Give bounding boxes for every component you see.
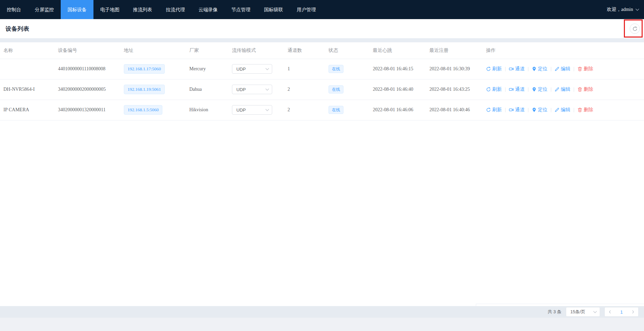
manufacturer-cell: Hikvision xyxy=(186,100,229,120)
device-table: 名称 设备编号 地址 厂家 流传输模式 通道数 状态 最近心跳 最近注册 操作 … xyxy=(0,42,644,120)
manufacturer-cell: Mercury xyxy=(186,59,229,79)
action-divider xyxy=(574,67,574,71)
main-nav-tabs: 控制台 分屏监控 国标设备 电子地图 推流列表 拉流代理 云端录像 节点管理 国… xyxy=(0,0,607,19)
refresh-icon xyxy=(486,107,491,112)
chevron-down-icon xyxy=(593,311,597,313)
last-register-cell: 2022-08-01 16:43:25 xyxy=(426,79,483,100)
page-title: 设备列表 xyxy=(5,25,29,33)
row-channels-button[interactable]: 通道 xyxy=(509,86,525,92)
nav-tab-user-management[interactable]: 用户管理 xyxy=(290,0,323,19)
stream-mode-cell: UDP xyxy=(229,100,284,120)
refresh-icon xyxy=(486,67,491,71)
action-divider xyxy=(528,67,528,71)
nav-tab-pull-stream-proxy[interactable]: 拉流代理 xyxy=(159,0,192,19)
col-header-operations: 操作 xyxy=(483,42,644,59)
device-name-cell xyxy=(0,59,55,79)
row-edit-button[interactable]: 编辑 xyxy=(555,86,570,92)
action-divider xyxy=(574,108,574,112)
page-size-select[interactable]: 15条/页 xyxy=(566,307,600,317)
stream-mode-select[interactable]: UDP xyxy=(232,105,272,115)
location-pin-icon xyxy=(532,107,537,112)
edit-pencil-icon xyxy=(555,107,559,112)
row-locate-button[interactable]: 定位 xyxy=(532,107,547,113)
chevron-down-icon xyxy=(265,68,269,70)
row-refresh-button[interactable]: 刷新 xyxy=(486,86,502,92)
status-badge: 在线 xyxy=(328,106,343,114)
stream-mode-cell: UDP xyxy=(229,79,284,100)
page-size-value: 15条/页 xyxy=(570,309,585,315)
previous-page-button[interactable] xyxy=(609,310,611,314)
table-header-row: 名称 设备编号 地址 厂家 流传输模式 通道数 状态 最近心跳 最近注册 操作 xyxy=(0,42,644,59)
edit-pencil-icon xyxy=(555,87,559,92)
row-channels-button[interactable]: 通道 xyxy=(509,66,525,72)
col-header-last-heartbeat: 最近心跳 xyxy=(369,42,426,59)
operations-cell: 刷新 通道 xyxy=(483,59,644,79)
stream-mode-value: UDP xyxy=(236,87,246,92)
action-divider xyxy=(505,108,506,112)
stream-mode-cell: UDP xyxy=(229,59,284,79)
operations-cell: 刷新 通道 xyxy=(483,79,644,100)
trash-icon xyxy=(577,67,582,71)
nav-tab-cloud-recording[interactable]: 云端录像 xyxy=(192,0,224,19)
row-locate-button[interactable]: 定位 xyxy=(532,66,547,72)
last-register-cell: 2022-08-01 16:40:46 xyxy=(426,100,483,120)
col-header-device-id: 设备编号 xyxy=(55,42,120,59)
status-cell: 在线 xyxy=(325,79,369,100)
address-tag: 192.168.1.17:5060 xyxy=(124,64,165,74)
stream-mode-select[interactable]: UDP xyxy=(232,64,272,74)
nav-tab-push-stream-list[interactable]: 推流列表 xyxy=(126,0,159,19)
page-bottom-space xyxy=(0,318,644,331)
pagination-bar: 共 3 条 15条/页 1 xyxy=(0,306,644,318)
col-header-status: 状态 xyxy=(325,42,369,59)
status-cell: 在线 xyxy=(325,100,369,120)
col-header-name: 名称 xyxy=(0,42,55,59)
pager: 1 xyxy=(604,307,639,317)
nav-tab-gb-devices[interactable]: 国标设备 xyxy=(61,0,93,19)
nav-tab-node-management[interactable]: 节点管理 xyxy=(224,0,257,19)
next-page-button[interactable] xyxy=(632,310,634,314)
row-refresh-button[interactable]: 刷新 xyxy=(486,66,502,72)
device-address-cell: 192.168.1.17:5060 xyxy=(120,59,186,79)
col-header-address: 地址 xyxy=(120,42,186,59)
device-address-cell: 192.168.1.19:5061 xyxy=(120,79,186,100)
channel-count-cell: 2 xyxy=(284,79,325,100)
action-divider xyxy=(505,87,506,92)
row-delete-button[interactable]: 删除 xyxy=(577,107,593,113)
row-delete-button[interactable]: 删除 xyxy=(577,66,593,72)
user-menu[interactable]: 欢迎，admin xyxy=(607,0,644,19)
col-header-manufacturer: 厂家 xyxy=(186,42,229,59)
status-cell: 在线 xyxy=(325,59,369,79)
row-channels-button[interactable]: 通道 xyxy=(509,107,525,113)
nav-tab-gb-cascade[interactable]: 国标级联 xyxy=(257,0,290,19)
total-count-label: 共 3 条 xyxy=(548,309,561,315)
col-header-stream-mode: 流传输模式 xyxy=(229,42,284,59)
row-refresh-button[interactable]: 刷新 xyxy=(486,107,502,113)
edit-pencil-icon xyxy=(555,67,559,71)
device-table-row: IP CAMERA 34020000001320000011 192.168.1… xyxy=(0,100,644,120)
row-delete-button[interactable]: 删除 xyxy=(577,86,593,92)
device-id-cell: 34020000002000000005 xyxy=(55,79,120,100)
stream-mode-value: UDP xyxy=(236,107,246,113)
row-locate-button[interactable]: 定位 xyxy=(532,86,547,92)
channel-count-cell: 1 xyxy=(284,59,325,79)
location-pin-icon xyxy=(532,67,537,71)
device-name-cell: DH-NVR5864-I xyxy=(0,79,55,100)
nav-tab-electronic-map[interactable]: 电子地图 xyxy=(93,0,126,19)
device-name-cell: IP CAMERA xyxy=(0,100,55,120)
last-register-cell: 2022-08-01 16:30:39 xyxy=(426,59,483,79)
page-number-current[interactable]: 1 xyxy=(620,310,623,315)
nav-tab-split-screen-monitor[interactable]: 分屏监控 xyxy=(28,0,61,19)
video-camera-icon xyxy=(509,107,514,112)
action-divider xyxy=(574,87,574,92)
action-divider xyxy=(551,67,551,71)
row-edit-button[interactable]: 编辑 xyxy=(555,107,570,113)
action-divider xyxy=(528,108,528,112)
welcome-user-label: 欢迎，admin xyxy=(607,6,633,13)
trash-icon xyxy=(577,107,582,112)
stream-mode-select[interactable]: UDP xyxy=(232,85,272,94)
refresh-list-button[interactable] xyxy=(630,24,640,34)
nav-tab-console[interactable]: 控制台 xyxy=(0,0,28,19)
address-tag: 192.168.1.19:5061 xyxy=(124,85,165,94)
device-table-row: DH-NVR5864-I 34020000002000000005 192.16… xyxy=(0,79,644,100)
row-edit-button[interactable]: 编辑 xyxy=(555,66,570,72)
